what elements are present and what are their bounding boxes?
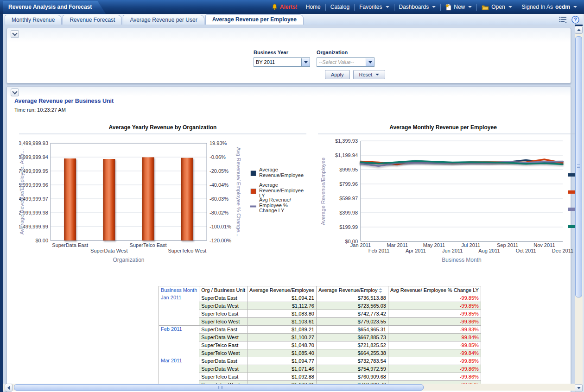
svg-text:$399.98: $399.98: [339, 210, 358, 215]
apply-button[interactable]: Apply: [325, 70, 350, 79]
svg-text:Average: Average: [259, 167, 278, 172]
scroll-left-button[interactable]: [5, 384, 13, 392]
scroll-down-button[interactable]: [575, 384, 583, 392]
menu-open[interactable]: Open: [477, 4, 516, 10]
menu-dashboards[interactable]: Dashboards: [395, 4, 440, 10]
svg-text:Jan 2011: Jan 2011: [350, 242, 371, 248]
table-row: SuperTelco East$1,092.88$760,909.68-99.8…: [159, 373, 481, 381]
caret-down-icon: [432, 6, 436, 8]
menu-separator: [517, 4, 517, 11]
svg-text:SuperTelco West: SuperTelco West: [168, 248, 206, 253]
select-arrow[interactable]: [366, 58, 374, 66]
month-cell[interactable]: Feb 2011: [159, 326, 199, 357]
avg-revenue-cell: $1,089.21: [248, 326, 317, 334]
reset-button[interactable]: Reset: [353, 70, 386, 79]
column-header[interactable]: Business Month: [159, 286, 199, 294]
table-row: SuperTelco East$1,083.80$742,773.42-99.8…: [159, 310, 481, 318]
organization-placeholder: --Select Value--: [317, 59, 366, 65]
help-icon[interactable]: ?: [571, 16, 579, 24]
tab-average-revenue-per-user[interactable]: Average Revenue per User: [123, 15, 204, 25]
select-arrow[interactable]: [301, 58, 310, 66]
menu-favorites[interactable]: Favorites: [355, 4, 393, 10]
horizontal-scrollbar[interactable]: [3, 384, 575, 391]
scrollbar-grip: [577, 164, 580, 168]
caret-down-icon: [304, 61, 308, 63]
svg-text:$1,399.93: $1,399.93: [335, 138, 358, 144]
business-year-prompt: Business Year BY 2011: [254, 50, 310, 67]
business-year-select[interactable]: BY 2011: [254, 57, 310, 67]
collapse-prompt-section-button[interactable]: [11, 30, 19, 38]
svg-text:Avg Revenue/ Employee % Change: Avg Revenue/ Employee % Change...: [236, 147, 241, 237]
avg-revenue-ly-cell: $667,885.73: [316, 334, 388, 341]
vertical-scrollbar[interactable]: [575, 26, 583, 392]
avg-revenue-cell: $1,083.80: [248, 310, 317, 318]
org-cell: SuperTelco East: [199, 310, 248, 318]
svg-text:Aug 2011: Aug 2011: [478, 248, 500, 253]
avg-revenue-ly-cell: $723,565.03: [316, 302, 388, 310]
avg-revenue-ly-cell: $779,023.55: [316, 318, 388, 326]
avg-revenue-cell: $1,092.88: [248, 373, 317, 381]
org-cell: SuperData East: [199, 294, 248, 302]
avg-revenue-ly-cell: $664,255.38: [316, 349, 388, 357]
org-cell: SuperTelco West: [199, 349, 248, 357]
table-row: SuperData West$1,112.76$723,565.03-99.85…: [159, 302, 481, 310]
org-cell: SuperData West: [199, 334, 248, 341]
column-header[interactable]: Avg Revenue/ Employee % Change LY: [388, 286, 481, 294]
dashboard-content: Business Year BY 2011 Organization --Sel…: [3, 25, 575, 392]
horizontal-scrollbar-thumb[interactable]: [14, 384, 424, 391]
organization-prompt: Organization --Select Value--: [317, 50, 375, 67]
pct-change-cell: -99.84%: [388, 349, 481, 357]
svg-text:-20.05%: -20.05%: [209, 168, 229, 174]
avg-revenue-cell: $1,094.77: [248, 357, 317, 365]
sort-asc-icon: [379, 288, 382, 290]
svg-text:$599.97: $599.97: [339, 196, 358, 201]
menu-new[interactable]: New: [441, 4, 476, 11]
svg-text:19.93%: 19.93%: [209, 140, 227, 146]
menu-home[interactable]: Home: [302, 4, 325, 10]
top-banner: Revenue Analysis and Forecast Alerts! Ho…: [0, 0, 584, 14]
menu-catalog[interactable]: Catalog: [326, 4, 354, 10]
svg-text:-60.03%: -60.03%: [209, 196, 229, 202]
avg-revenue-cell: $1,112.76: [248, 302, 317, 310]
svg-text:Average Revenue/Employee, Aver: Average Revenue/Employee, Aver...: [19, 149, 25, 234]
avg-revenue-cell: $1,048.70: [248, 341, 317, 349]
vertical-scrollbar-thumb[interactable]: [575, 36, 582, 297]
month-cell[interactable]: Jan 2011: [159, 294, 199, 326]
svg-text:-0.06%: -0.06%: [209, 154, 226, 160]
svg-text:SuperTelco East: SuperTelco East: [130, 242, 167, 248]
tab-average-revenue-per-employee[interactable]: Average Revenue per Employee: [205, 14, 304, 25]
svg-text:-40.04%: -40.04%: [209, 182, 229, 188]
page-options-icon[interactable]: [559, 16, 567, 23]
pct-change-cell: -99.84%: [388, 334, 481, 341]
svg-text:$999.95: $999.95: [339, 167, 358, 172]
table-row: Mar 2011SuperData East$1,094.77$732,783.…: [159, 357, 481, 365]
organization-select[interactable]: --Select Value--: [317, 57, 375, 67]
column-header[interactable]: Average Revenue/Employ: [316, 286, 388, 294]
tab-revenue-forecast[interactable]: Revenue Forecast: [63, 15, 122, 25]
avg-revenue-cell: $1,100.27: [248, 334, 317, 341]
sort-asc-desc-icons[interactable]: [379, 288, 382, 293]
avg-revenue-ly-cell: $760,909.68: [316, 373, 388, 381]
org-cell: SuperTelco East: [199, 341, 248, 349]
table-row: SuperTelco West$1,085.40$664,255.38-99.8…: [159, 349, 481, 357]
svg-text:SuperData West: SuperData West: [90, 248, 128, 253]
alerts-link[interactable]: Alerts!: [267, 4, 302, 10]
svg-text:$1,199.94: $1,199.94: [335, 152, 358, 158]
table-row: SuperTelco East$1,048.70$721,825.52-99.8…: [159, 341, 481, 349]
column-header[interactable]: Average Revenue/Employee: [248, 286, 317, 294]
collapse-report-section-button[interactable]: [11, 89, 19, 96]
avg-revenue-cell: $1,071.46: [248, 365, 317, 373]
menu-separator: [354, 4, 355, 11]
pct-change-cell: -99.85%: [388, 341, 481, 349]
menu-separator: [476, 4, 477, 11]
bar-chart-average-yearly-revenue[interactable]: Average Yearly Revenue by Organization$1…: [19, 122, 306, 266]
scroll-up-button[interactable]: [575, 26, 583, 34]
line-chart-average-monthly-revenue[interactable]: Average Monthly Revenue per Employee$1,3…: [318, 122, 578, 266]
signed-in-menu[interactable]: Signed In As ocdm: [518, 4, 581, 10]
column-header[interactable]: Org / Business Unit: [199, 286, 248, 294]
sort-desc-icon: [379, 291, 382, 293]
avg-revenue-ly-cell: $754,972.59: [316, 365, 388, 373]
table-row: Feb 2011SuperData East$1,089.21$654,965.…: [159, 326, 481, 334]
tab-monthly-revenue[interactable]: Monthly Revenue: [5, 15, 62, 25]
org-cell: SuperData West: [199, 365, 248, 373]
